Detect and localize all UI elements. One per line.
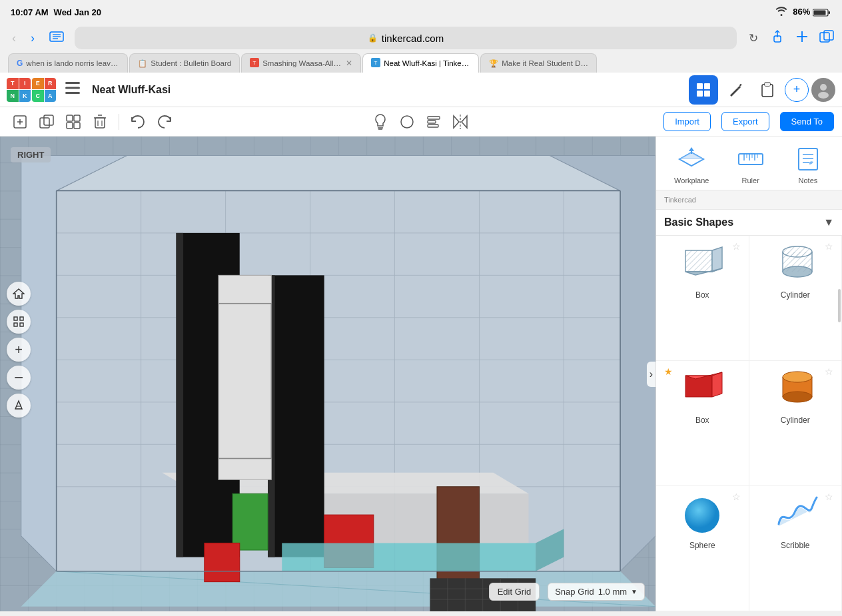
svg-point-28 [818, 92, 829, 99]
back-button[interactable]: ‹ [8, 29, 20, 48]
main-content: RIGHT + − Edit Grid Snap Grid [0, 137, 842, 611]
zoom-in-button[interactable]: + [7, 338, 31, 362]
forward-button[interactable]: › [27, 29, 39, 48]
ruler-label: Ruler [742, 176, 759, 184]
workplane-tool[interactable]: Workplane [674, 145, 709, 184]
star-outline-icon[interactable]: ☆ [732, 491, 741, 502]
lightbulb-button[interactable] [368, 110, 392, 134]
date: Wed Jan 20 [54, 7, 101, 17]
svg-rect-32 [40, 118, 49, 128]
star-outline-icon[interactable]: ☆ [825, 491, 833, 502]
panel-title-row[interactable]: Basic Shapes ▼ [656, 210, 842, 236]
wifi-icon [775, 7, 787, 18]
zoom-out-button[interactable]: − [7, 366, 31, 390]
pickaxe-button[interactable] [721, 75, 750, 105]
send-to-button[interactable]: Send To [780, 112, 834, 131]
shape-item-box-wireframe[interactable]: ☆ [656, 236, 749, 361]
shape-item-scribble[interactable]: ☆ Scribble [749, 486, 843, 611]
box-solid-preview [675, 369, 729, 412]
perspective-button[interactable] [7, 394, 31, 418]
shape-label: Box [695, 290, 709, 300]
delete-button[interactable] [88, 110, 112, 134]
svg-rect-79 [268, 275, 324, 557]
new-shape-button[interactable] [8, 110, 32, 134]
svg-point-45 [401, 116, 413, 128]
shape-item-box-solid[interactable]: ★ Box [656, 361, 749, 486]
star-outline-icon[interactable]: ☆ [732, 241, 741, 252]
bookmarks-button[interactable] [45, 28, 68, 49]
separator-1 [119, 114, 119, 130]
group-button[interactable] [61, 110, 85, 134]
star-outline-icon[interactable]: ☆ [825, 366, 833, 377]
scrollbar[interactable] [838, 289, 841, 322]
tab-neat-wluff-kasi[interactable]: T Neat Wluff-Kasi | Tinkercad [362, 53, 479, 73]
panel-dropdown-button[interactable]: ▼ [823, 216, 834, 228]
nav-controls: + − [7, 282, 31, 418]
tabs-bar: G when is lando norris leavin... 📋 Stude… [0, 53, 842, 73]
nav-bar: ‹ › 🔒 tinkercad.com ↻ [8, 27, 834, 49]
svg-rect-21 [697, 91, 703, 97]
export-button[interactable]: Export [721, 112, 769, 131]
svg-marker-49 [454, 116, 459, 128]
svg-rect-107 [20, 317, 23, 320]
svg-rect-36 [67, 123, 73, 129]
clipboard-button[interactable] [753, 75, 782, 105]
svg-rect-84 [232, 493, 268, 550]
edit-grid-button[interactable]: Edit Grid [489, 583, 540, 601]
shape-item-cylinder-solid[interactable]: ☆ Cylinder [749, 361, 843, 486]
svg-rect-18 [65, 92, 80, 94]
redo-button[interactable] [153, 110, 177, 134]
tab-make-it-real[interactable]: 🏆 Make it Real Student Desig... [480, 53, 597, 73]
align-button[interactable] [422, 110, 446, 134]
tab-bulletin-board[interactable]: 📋 Student : Bulletin Board [129, 53, 240, 73]
3d-scene [0, 137, 655, 611]
svg-rect-1 [829, 11, 831, 14]
svg-rect-78 [177, 233, 184, 557]
svg-rect-86 [205, 543, 240, 581]
reload-button[interactable]: ↻ [743, 31, 763, 45]
panel-section-header: Tinkercad [656, 190, 842, 210]
shape-item-sphere[interactable]: ☆ Sphere [656, 486, 749, 611]
right-panel: Workplane [655, 137, 842, 611]
tinkercad-logo-2: E R C A [32, 78, 56, 102]
share-button[interactable] [770, 29, 785, 47]
import-button[interactable]: Import [663, 112, 711, 131]
add-user-button[interactable]: + [785, 78, 809, 102]
star-outline-icon[interactable]: ☆ [825, 241, 833, 252]
viewport[interactable]: RIGHT + − Edit Grid Snap Grid [0, 137, 655, 611]
svg-rect-22 [704, 91, 710, 97]
tab-google[interactable]: G when is lando norris leavin... [8, 53, 128, 73]
box-wireframe-preview [675, 244, 729, 286]
sphere-preview [675, 494, 729, 537]
svg-rect-19 [697, 83, 703, 89]
shape-item-cylinder-wireframe[interactable]: ☆ [749, 236, 843, 361]
close-tab-waasa[interactable]: ✕ [346, 59, 352, 68]
shapes-button[interactable] [395, 110, 419, 134]
snap-grid-chevron[interactable]: ▼ [631, 588, 637, 595]
panel-toggle-button[interactable]: › [647, 362, 655, 387]
svg-rect-38 [95, 118, 105, 128]
status-bar: 10:07 AM Wed Jan 20 86% [0, 0, 842, 24]
svg-rect-47 [428, 121, 436, 123]
battery-status: 86% [793, 7, 831, 17]
svg-text:T: T [374, 60, 378, 66]
tab-switcher-button[interactable] [819, 30, 834, 47]
url-bar[interactable]: 🔒 tinkercad.com [75, 27, 737, 49]
ruler-tool[interactable]: Ruler [735, 145, 767, 184]
avatar[interactable] [811, 78, 835, 102]
scribble-preview [769, 494, 822, 537]
add-tab-button[interactable] [795, 30, 809, 47]
grid-view-button[interactable] [689, 75, 718, 105]
fit-view-button[interactable] [7, 310, 31, 334]
svg-rect-17 [65, 87, 80, 89]
tab-smashing-waasa[interactable]: T Smashing Waasa-Allis | Tin... ✕ [241, 53, 361, 73]
hamburger-menu-icon[interactable] [63, 79, 83, 100]
snap-grid-control[interactable]: Snap Grid 1.0 mm ▼ [548, 583, 645, 601]
copy-button[interactable] [35, 110, 59, 134]
home-view-button[interactable] [7, 282, 31, 306]
undo-button[interactable] [126, 110, 150, 134]
notes-tool[interactable]: Notes [792, 145, 824, 184]
svg-marker-54 [57, 156, 620, 191]
mirror-button[interactable] [448, 110, 472, 134]
star-filled-icon[interactable]: ★ [664, 366, 673, 377]
